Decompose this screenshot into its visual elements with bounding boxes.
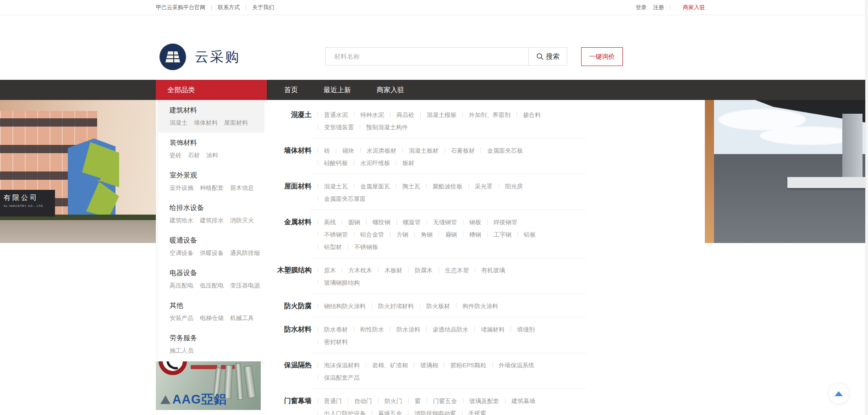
mega-sub-link[interactable]: 混凝土板材 [409,145,439,157]
mega-sub-link[interactable]: 门窗五金 [433,395,457,407]
sidebar-group[interactable]: 暖通设备空调设备供暖设备通风防排烟 [158,230,264,263]
sidebar-sub-link[interactable]: 施工人员 [170,347,193,355]
sidebar-sub-link[interactable]: 通风防排烟 [230,249,260,257]
register-link[interactable]: 注册 [653,4,664,11]
mega-category-label[interactable]: 防火防腐 [270,294,312,317]
nav-item[interactable]: 商家入驻 [377,80,404,100]
mega-sub-link[interactable]: 防腐木 [415,265,433,277]
mega-category-label[interactable]: 混凝土 [270,103,312,138]
mega-sub-link[interactable]: 渗透结晶防水 [433,324,468,336]
mega-sub-link[interactable]: 原木 [324,265,336,277]
mega-sub-link[interactable]: 自动门 [354,395,372,407]
mega-sub-link[interactable]: 防火封堵材料 [378,300,414,312]
sidebar-group[interactable]: 其他安装产品电梯仓储机械工具 [158,295,264,328]
topbar-link[interactable]: 关于我们 [252,4,274,11]
sidebar-sub-link[interactable]: 建筑排水 [200,216,224,225]
mega-sub-link[interactable]: 工字钢 [494,229,511,241]
mega-sub-link[interactable]: 防火板材 [426,300,450,312]
mega-sub-link[interactable]: 玻璃钢膜结构 [324,277,360,289]
all-categories-button[interactable]: 全部品类 [156,80,267,100]
sidebar-group[interactable]: 装饰材料瓷砖石材涂料 [158,133,264,165]
mega-sub-link[interactable]: 掺合料 [523,109,541,121]
mega-sub-link[interactable]: 砖 [324,145,330,157]
sidebar-group[interactable]: 室外景观室外设施种植配套苗木信息 [158,165,264,198]
merchant-join-link[interactable]: 商家入驻 [683,4,705,11]
sidebar-sub-link[interactable]: 消防灭火 [230,216,254,225]
mega-sub-link[interactable]: 板材 [402,157,414,169]
sidebar-sub-link[interactable]: 机械工具 [230,314,254,322]
mega-sub-link[interactable]: 螺旋管 [403,216,421,228]
mega-sub-link[interactable]: 聚酯波纹板 [433,181,462,193]
mega-sub-link[interactable]: 外加剂、界面剂 [469,109,511,121]
mega-sub-link[interactable]: 钢结构防火涂料 [324,300,366,312]
mega-sub-link[interactable]: 方木枕木 [348,265,372,277]
sidebar-group-title[interactable]: 劳务服务 [170,334,264,343]
mega-category-label[interactable]: 屋面材料 [270,174,312,210]
sidebar-sub-link[interactable]: 低压配电 [200,282,224,290]
search-button[interactable]: 搜索 [528,48,567,65]
mega-sub-link[interactable]: 铝板 [524,229,536,241]
mega-sub-link[interactable]: 防水卷材 [324,324,348,336]
mega-sub-link[interactable]: 生态木塑 [445,265,469,277]
mega-sub-link[interactable]: 铝合金管 [360,229,384,241]
sidebar-sub-link[interactable]: 石材 [188,151,200,160]
mega-sub-link[interactable]: 商品砼 [396,109,414,121]
mega-sub-link[interactable]: 密封材料 [324,336,348,348]
search-input[interactable] [326,48,528,65]
mega-sub-link[interactable]: 不锈钢板 [354,241,378,253]
sidebar-sub-link[interactable]: 屋面材料 [224,119,248,127]
quick-inquiry-button[interactable]: 一键询价 [581,47,623,66]
sidebar-sub-link[interactable]: 瓷砖 [170,151,181,160]
mega-sub-link[interactable]: 陶土瓦 [402,181,420,193]
sidebar-sub-link[interactable]: 空调设备 [170,249,193,257]
mega-sub-link[interactable]: 角钢 [421,229,433,241]
sidebar-group-title[interactable]: 电器设备 [170,269,264,277]
mega-sub-link[interactable]: 无缝钢管 [433,216,457,228]
nav-item[interactable]: 最近上新 [324,80,351,100]
sidebar-group-title[interactable]: 暖通设备 [170,236,264,245]
mega-sub-link[interactable]: 有机玻璃 [481,265,505,277]
sidebar-group-title[interactable]: 给排水设备 [170,204,264,212]
mega-sub-link[interactable]: 岩棉、矿渣棉 [372,360,408,371]
mega-sub-link[interactable]: 采光罩 [475,181,493,193]
mega-sub-link[interactable]: 金属面夹芯屋面 [324,193,366,205]
mega-sub-link[interactable]: 胶粉EPS颗粒 [450,360,486,371]
logo[interactable]: 云采购 [159,44,240,70]
mega-category-label[interactable]: 门窗幕墙 [270,389,312,415]
back-to-top-button[interactable] [828,383,849,404]
mega-sub-link[interactable]: 出入口防护设备 [324,408,366,415]
mega-category-label[interactable]: 保温隔热 [270,353,312,389]
sidebar-group[interactable]: 建筑材料混凝土墙体材料屋面材料 [158,100,264,133]
sidebar-sub-link[interactable]: 墙体材料 [194,119,218,127]
mega-sub-link[interactable]: 方钢 [396,229,408,241]
topbar-link[interactable]: 联系方式 [218,4,240,11]
mega-sub-link[interactable]: 建筑幕墙 [511,395,535,407]
mega-sub-link[interactable]: 铝型材 [324,241,342,253]
mega-sub-link[interactable]: 变形缝装置 [324,122,354,133]
carousel-image-right[interactable] [705,100,868,243]
mega-sub-link[interactable]: 防火门 [385,395,402,407]
sidebar-sub-link[interactable]: 安装产品 [170,314,193,322]
sidebar-sub-link[interactable]: 建筑给水 [170,216,193,225]
mega-sub-link[interactable]: 扁钢 [445,229,457,241]
mega-sub-link[interactable]: 手摇窗 [468,408,486,415]
sidebar-group-title[interactable]: 室外景观 [170,171,264,180]
mega-sub-link[interactable]: 钢板 [469,216,481,228]
mega-sub-link[interactable]: 外墙保温系统 [499,360,534,371]
mega-sub-link[interactable]: 螺纹钢 [373,216,390,228]
sidebar-sub-link[interactable]: 涂料 [206,151,218,160]
mega-sub-link[interactable]: 金属面夹芯板 [487,145,523,157]
mega-sub-link[interactable]: 消防排烟电动窗 [414,408,456,415]
mega-sub-link[interactable]: 填缝剂 [517,324,535,336]
mega-sub-link[interactable]: 刚性防水 [360,324,384,336]
mega-sub-link[interactable]: 金属屋面瓦 [360,181,390,193]
sidebar-sub-link[interactable]: 混凝土 [170,119,187,127]
mega-sub-link[interactable]: 堵漏材料 [481,324,505,336]
login-link[interactable]: 登录 [636,4,647,11]
sidebar-group-title[interactable]: 其他 [170,301,264,310]
mega-sub-link[interactable]: 圆钢 [348,216,360,228]
carousel-image-left[interactable]: 有限公司 AL INDUSTRY CO., LTD. [0,100,156,243]
mega-sub-link[interactable]: 混凝土瓦 [324,181,348,193]
scrollbar[interactable] [865,0,868,415]
sidebar-sub-link[interactable]: 苗木信息 [230,184,254,192]
